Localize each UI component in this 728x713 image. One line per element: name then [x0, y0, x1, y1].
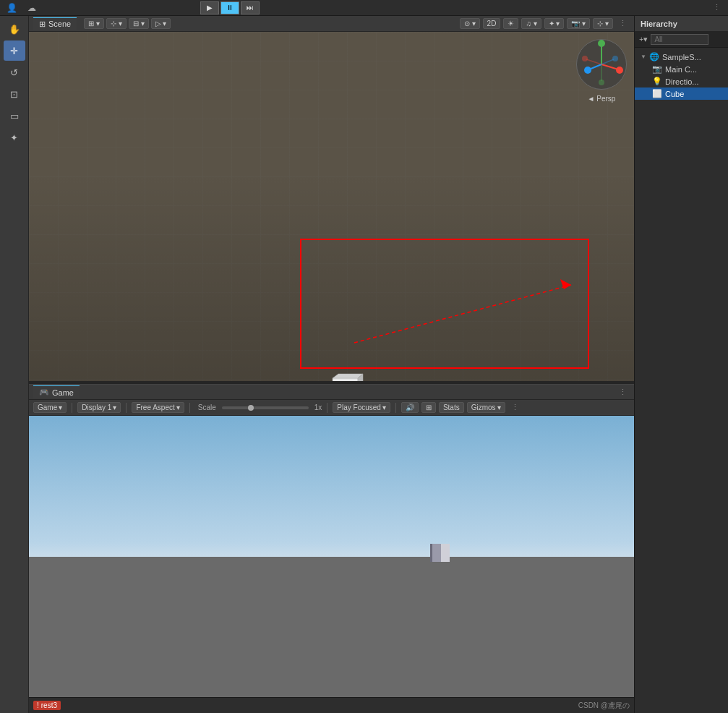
- cloud-button[interactable]: ☁: [25, 3, 38, 13]
- hierarchy-item-directionallight[interactable]: 💡 Directio...: [635, 75, 728, 87]
- hand-tool[interactable]: ✋: [4, 19, 25, 39]
- scene-fx-btn[interactable]: ✦ ▾: [544, 18, 565, 29]
- gizmo-axes: [576, 39, 627, 90]
- scene-gizmo[interactable]: ◄ Persp: [576, 39, 627, 90]
- cube-icon: ⬜: [652, 89, 662, 98]
- hierarchy-panel: Hierarchy +▾ ▼ 🌐 SampleS... 📷 Main C... …: [634, 16, 728, 713]
- persp-label: ◄ Persp: [588, 95, 616, 103]
- add-icon[interactable]: +▾: [639, 35, 648, 44]
- error-label: rest3: [41, 701, 57, 709]
- game-toolbar: Game ▾ Display 1 ▾ Free Aspect ▾ Scale 1…: [29, 400, 634, 416]
- scene-toolbar: ⊞ Scene ⊞ ▾ ⊹ ▾ ⊟ ▾ ▷ ▾ ⊙ ▾ 2D ☀ ♫ ▾ ✦ ▾…: [29, 16, 634, 32]
- hierarchy-search: +▾: [635, 32, 728, 48]
- camera-label: Main C...: [665, 65, 697, 74]
- cube-label: Cube: [665, 90, 684, 98]
- svg-point-3: [616, 67, 623, 74]
- scale-label: Scale: [198, 404, 216, 411]
- light-icon: 💡: [652, 77, 662, 86]
- play-controls: ▶ ⏸ ⏭: [200, 1, 260, 14]
- scene-layers-btn[interactable]: ⊞ ▾: [84, 18, 104, 29]
- top-menu-dots[interactable]: ⋮: [710, 3, 724, 12]
- game-cube-object: [430, 544, 441, 562]
- svg-point-11: [612, 56, 618, 61]
- error-icon: !: [37, 701, 39, 709]
- toolbar-sep-5: [395, 403, 396, 413]
- hierarchy-item-maincamera[interactable]: 📷 Main C...: [635, 63, 728, 75]
- scale-slider[interactable]: [222, 406, 309, 409]
- light-label: Directio...: [665, 77, 698, 86]
- error-badge: ! rest3: [33, 701, 61, 710]
- play-button[interactable]: ▶: [200, 1, 219, 14]
- scene-camera-btn[interactable]: 📷 ▾: [567, 18, 590, 29]
- csdn-text: CSDN @鸢尾の: [578, 701, 630, 711]
- display-btn[interactable]: Display 1 ▾: [77, 402, 121, 413]
- scene-shading-btn[interactable]: ⊙ ▾: [460, 18, 480, 29]
- cube-object: [333, 314, 363, 381]
- hierarchy-search-input[interactable]: [651, 34, 708, 45]
- move-tool[interactable]: ✛: [4, 40, 25, 61]
- expand-arrow: ▼: [641, 54, 646, 60]
- main-layout: ✋ ✛ ↺ ⊡ ▭ ✦ ⊞ Scene ⊞ ▾ ⊹ ▾ ⊟ ▾ ▷ ▾: [0, 16, 728, 713]
- game-tab-label: Game: [52, 388, 74, 397]
- svg-point-9: [582, 56, 588, 61]
- scene-audio-btn[interactable]: ♫ ▾: [521, 18, 541, 29]
- game-mode-btn[interactable]: Game ▾: [33, 402, 67, 413]
- hierarchy-tree: ▼ 🌐 SampleS... 📷 Main C... 💡 Directio...…: [635, 48, 728, 713]
- game-panel: 🎮 Game ⋮ Game ▾ Display 1 ▾ Free Aspect …: [29, 384, 634, 713]
- grid-game-btn[interactable]: ⊞: [421, 402, 436, 413]
- ground: [29, 557, 634, 698]
- y-axis-line: [346, 314, 350, 375]
- rect-tool[interactable]: ▭: [4, 106, 25, 126]
- scene-label: SampleS...: [662, 53, 701, 61]
- scale-value: 1x: [314, 404, 322, 411]
- scene-2d-btn[interactable]: 2D: [483, 18, 501, 29]
- camera-icon: 📷: [652, 64, 662, 74]
- audio-btn[interactable]: 🔊: [401, 402, 419, 413]
- toolbar-sep-4: [327, 403, 327, 413]
- scene-icon: 🌐: [649, 52, 659, 61]
- game-tab-dots[interactable]: ⋮: [616, 388, 630, 397]
- scene-gizmos-btn[interactable]: ⊹ ▾: [593, 18, 613, 29]
- left-toolbar: ✋ ✛ ↺ ⊡ ▭ ✦: [0, 16, 29, 713]
- rotate-tool[interactable]: ↺: [4, 62, 25, 82]
- gizmos-btn[interactable]: Gizmos ▾: [467, 402, 505, 413]
- transform-tool[interactable]: ✦: [4, 127, 25, 148]
- scene-menu-dots[interactable]: ⋮: [616, 19, 630, 28]
- cube-svg: [331, 371, 369, 381]
- game-toolbar-dots[interactable]: ⋮: [508, 403, 522, 412]
- scene-anim-btn[interactable]: ▷ ▾: [151, 18, 171, 29]
- scene-view-controls: ⊞ ▾ ⊹ ▾ ⊟ ▾ ▷ ▾: [84, 18, 171, 29]
- scene-tab-label: Scene: [48, 20, 71, 28]
- pause-button[interactable]: ⏸: [220, 1, 239, 14]
- game-tab-icon: 🎮: [39, 388, 49, 397]
- scene-panel: ⊞ Scene ⊞ ▾ ⊹ ▾ ⊟ ▾ ▷ ▾ ⊙ ▾ 2D ☀ ♫ ▾ ✦ ▾…: [29, 16, 634, 381]
- aspect-btn[interactable]: Free Aspect ▾: [132, 402, 184, 413]
- play-focused-btn[interactable]: Play Focused ▾: [333, 402, 390, 413]
- hierarchy-item-cube[interactable]: ⬜ Cube: [635, 87, 728, 100]
- center-panels: ⊞ Scene ⊞ ▾ ⊹ ▾ ⊟ ▾ ▷ ▾ ⊙ ▾ 2D ☀ ♫ ▾ ✦ ▾…: [29, 16, 634, 713]
- scene-tab[interactable]: ⊞ Scene: [33, 17, 77, 30]
- gizmo-sphere: [576, 39, 627, 90]
- toolbar-sep-2: [126, 403, 127, 413]
- step-button[interactable]: ⏭: [241, 1, 260, 14]
- scene-right-controls: ⊙ ▾ 2D ☀ ♫ ▾ ✦ ▾ 📷 ▾ ⊹ ▾ ⋮: [460, 18, 630, 29]
- hierarchy-item-samplescene[interactable]: ▼ 🌐 SampleS...: [635, 51, 728, 63]
- grid-perspective: [29, 32, 634, 381]
- scene-viewport: ◄ Persp: [29, 32, 634, 381]
- svg-line-8: [586, 59, 601, 64]
- game-tab-bar: 🎮 Game ⋮: [29, 384, 634, 400]
- account-button[interactable]: 👤: [4, 3, 20, 13]
- status-bar: ! rest3 CSDN @鸢尾の: [29, 697, 634, 713]
- svg-point-1: [598, 40, 605, 47]
- scene-grid-btn[interactable]: ⊟ ▾: [129, 18, 149, 29]
- svg-point-7: [599, 80, 604, 85]
- cube-mesh: [333, 374, 363, 381]
- scene-light-btn[interactable]: ☀: [503, 18, 518, 29]
- stats-btn[interactable]: Stats: [439, 402, 464, 413]
- scale-tool[interactable]: ⊡: [4, 84, 25, 104]
- top-bar: 👤 ☁ ▶ ⏸ ⏭ ⋮: [0, 0, 728, 16]
- scene-snap-btn[interactable]: ⊹ ▾: [106, 18, 127, 29]
- svg-line-2: [601, 64, 618, 69]
- svg-line-10: [601, 59, 614, 64]
- game-tab[interactable]: 🎮 Game: [33, 385, 80, 398]
